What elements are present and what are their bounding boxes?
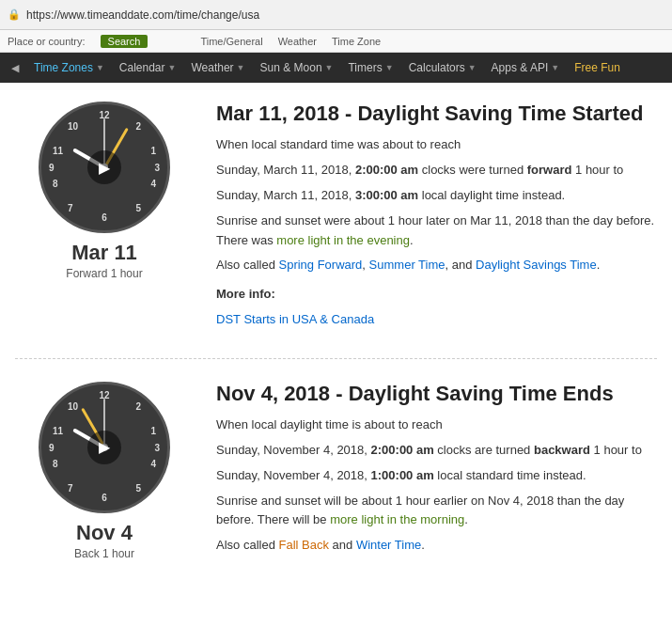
- clock-num-9: 9: [49, 163, 55, 173]
- dst-para1-spring: When local standard time was about to re…: [216, 135, 657, 155]
- utility-weather[interactable]: Weather: [278, 36, 317, 47]
- clock-num-9-fall: 9: [49, 442, 55, 452]
- dst-para2-fall: Sunday, November 4, 2018, 2:00:00 am clo…: [216, 441, 657, 461]
- nav-item-timers[interactable]: Timers ▼: [340, 53, 400, 83]
- dst-para2-spring: Sunday, March 11, 2018, 2:00:00 am clock…: [216, 161, 657, 180]
- dst-title-fall: Nov 4, 2018 - Daylight Saving Time Ends: [216, 382, 657, 406]
- dst-para3-fall: Sunday, November 4, 2018, 1:00:00 am loc…: [216, 466, 657, 486]
- clock-wrap-fall: ▶ 12 3 6 9 2 10 1 4 5 7 8 11: [15, 382, 194, 560]
- link-dst-spring[interactable]: Daylight Savings Time: [476, 258, 597, 272]
- dst-more-info-link-spring: DST Starts in USA & Canada: [216, 310, 657, 330]
- nav-item-weather[interactable]: Weather ▼: [183, 53, 252, 83]
- clock-num-6-fall: 6: [102, 493, 107, 503]
- clock-label-fall: Nov 4: [76, 521, 133, 545]
- clock-spring: ▶ 12 3 6 9 2 10 1 4 5 7 8 11: [39, 102, 170, 233]
- clock-num-8: 8: [53, 179, 58, 189]
- link-morning-light[interactable]: more light in the morning: [330, 512, 464, 526]
- clock-fall: ▶ 12 3 6 9 2 10 1 4 5 7 8 11: [39, 382, 170, 513]
- content-area: ▶ 12 3 6 9 2 10 1 4 5 7 8 11: [0, 83, 672, 625]
- nav-item-back[interactable]: ◀: [4, 53, 26, 83]
- clock-sublabel-spring: Forward 1 hour: [66, 267, 142, 280]
- clock-num-5-fall: 5: [135, 483, 141, 494]
- main-nav: ◀ Time Zones ▼ Calendar ▼ Weather ▼ Sun …: [0, 53, 672, 83]
- link-dst-starts[interactable]: DST Starts in USA & Canada: [216, 312, 374, 326]
- dst-para5-fall: Also called Fall Back and Winter Time.: [216, 536, 657, 556]
- clock-num-1-fall: 1: [150, 426, 156, 436]
- clock-num-5: 5: [135, 203, 141, 213]
- nav-item-free-fun[interactable]: Free Fun: [567, 53, 628, 83]
- clock-num-11: 11: [53, 146, 63, 156]
- link-summer-time[interactable]: Summer Time: [369, 258, 445, 272]
- utility-nav: Place or country: Search Time/General We…: [0, 30, 672, 53]
- dst-para1-fall: When local daylight time is about to rea…: [216, 416, 657, 435]
- clock-num-7: 7: [68, 203, 73, 213]
- dst-more-info-spring: More info:: [216, 285, 657, 305]
- clock-num-3: 3: [154, 163, 160, 173]
- clock-num-1: 1: [150, 146, 156, 156]
- clock-sublabel-fall: Back 1 hour: [74, 547, 134, 560]
- dst-entry-fall: ▶ 12 3 6 9 2 10 1 4 5 7 8 11: [15, 382, 657, 584]
- dst-para4-fall: Sunrise and sunset will be about 1 hour …: [216, 492, 657, 531]
- dst-title-spring: Mar 11, 2018 - Daylight Saving Time Star…: [216, 102, 657, 126]
- link-spring-forward[interactable]: Spring Forward: [278, 258, 362, 272]
- utility-search-btn[interactable]: Search: [101, 35, 148, 48]
- clock-num-10: 10: [68, 121, 78, 132]
- url-text[interactable]: https://www.timeanddate.com/time/change/…: [26, 8, 664, 22]
- lock-icon: 🔒: [8, 8, 21, 21]
- clock-num-4: 4: [150, 179, 156, 189]
- clock-num-2-fall: 2: [135, 401, 141, 412]
- nav-item-calculators[interactable]: Calculators ▼: [401, 53, 484, 83]
- dst-entry-spring: ▶ 12 3 6 9 2 10 1 4 5 7 8 11: [15, 102, 657, 359]
- play-button-spring[interactable]: ▶: [87, 150, 121, 184]
- dst-para3-spring: Sunday, March 11, 2018, 3:00:00 am local…: [216, 186, 657, 206]
- link-evening-light[interactable]: more light in the evening: [276, 233, 410, 247]
- link-winter-time[interactable]: Winter Time: [356, 538, 421, 552]
- clock-num-11-fall: 11: [53, 426, 63, 436]
- dst-para5-spring: Also called Spring Forward, Summer Time,…: [216, 256, 657, 275]
- address-bar: 🔒 https://www.timeanddate.com/time/chang…: [0, 0, 672, 30]
- utility-time-zone[interactable]: Time Zone: [332, 36, 381, 47]
- nav-item-sun-moon[interactable]: Sun & Moon ▼: [253, 53, 341, 83]
- clock-num-6: 6: [102, 212, 107, 223]
- clock-num-3-fall: 3: [154, 442, 160, 452]
- clock-wrap-spring: ▶ 12 3 6 9 2 10 1 4 5 7 8 11: [15, 102, 194, 280]
- utility-place-label: Place or country:: [8, 36, 86, 47]
- nav-item-apps-api[interactable]: Apps & API ▼: [484, 53, 568, 83]
- clock-num-8-fall: 8: [53, 459, 58, 469]
- clock-num-4-fall: 4: [150, 459, 156, 469]
- link-fall-back[interactable]: Fall Back: [278, 538, 328, 552]
- dst-info-fall: Nov 4, 2018 - Daylight Saving Time Ends …: [216, 382, 657, 561]
- dst-para4-spring: Sunrise and sunset were about 1 hour lat…: [216, 212, 657, 251]
- play-button-fall[interactable]: ▶: [87, 431, 121, 464]
- clock-num-10-fall: 10: [68, 401, 78, 412]
- utility-time-general[interactable]: Time/General: [200, 36, 262, 47]
- nav-item-calendar[interactable]: Calendar ▼: [112, 53, 184, 83]
- clock-label-spring: Mar 11: [71, 241, 137, 265]
- nav-item-time-zones[interactable]: Time Zones ▼: [26, 53, 112, 83]
- dst-info-spring: Mar 11, 2018 - Daylight Saving Time Star…: [216, 102, 657, 336]
- clock-num-2: 2: [135, 121, 141, 132]
- clock-num-7-fall: 7: [68, 483, 73, 494]
